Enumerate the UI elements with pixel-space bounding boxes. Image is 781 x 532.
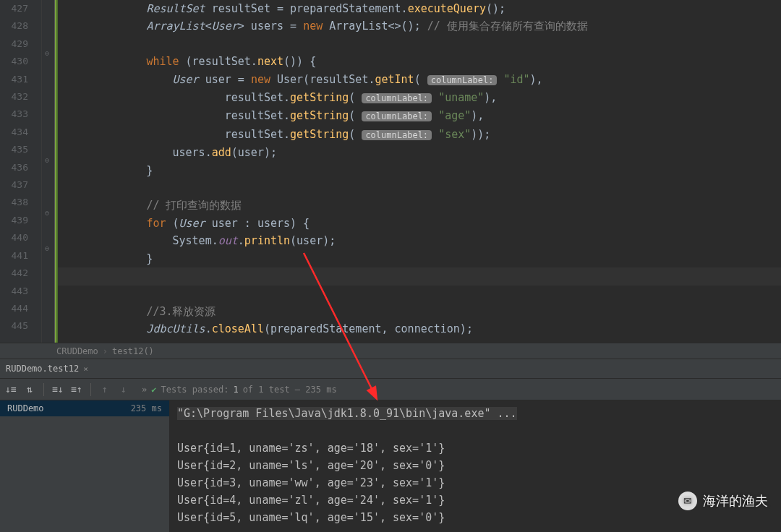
test-tree-row[interactable]: RUDDemo 235 ms [0,400,169,416]
breadcrumb-class[interactable]: CRUDDemo [56,346,98,356]
separator [90,383,91,396]
test-toolbar: ↓≡ ⇅ ≡↓ ≡↑ ↑ ↓ » ✔ Tests passed: 1 of 1 … [0,379,781,400]
test-name: RUDDemo [7,403,44,413]
collapse-all-icon[interactable]: ≡↑ [69,382,85,398]
filter-icon[interactable]: ⇅ [22,382,38,398]
breadcrumb-method[interactable]: test12() [112,346,154,356]
prev-test-icon[interactable]: ↑ [97,382,113,398]
test-status: » ✔ Tests passed: 1 of 1 test – 235 ms [142,385,337,395]
separator [43,383,44,396]
next-test-icon[interactable]: ↓ [116,382,132,398]
run-tab-bar: RUDDemo.test12 × [0,359,781,379]
expand-all-icon[interactable]: ≡↓ [50,382,66,398]
console-output[interactable]: "G:\Program Files\Java\jdk1.8.0_91\bin\j… [170,400,781,532]
breadcrumb-separator: › [103,346,108,356]
branding-watermark: ✉ 海洋的渔夫 [678,492,768,510]
wechat-icon: ✉ [678,492,697,510]
sort-icon[interactable]: ↓≡ [3,382,19,398]
fold-column[interactable]: ⊖ ⊖ ⊖ ⊖ [42,0,55,343]
checkmark-icon: ✔ [151,385,156,395]
test-duration: 235 ms [131,403,162,413]
line-number-gutter[interactable]: 4274284294304314324334344354364374384394… [0,0,42,343]
breadcrumb[interactable]: CRUDDemo › test12() [0,343,781,359]
code-editor[interactable]: ResultSet resultSet = preparedStatement.… [58,0,781,343]
expand-icon[interactable]: » [142,385,147,395]
tab-label: RUDDemo.test12 [6,364,79,374]
editor-area: 4274284294304314324334344354364374384394… [0,0,781,343]
test-panel: RUDDemo 235 ms "G:\Program Files\Java\jd… [0,400,781,532]
run-tab[interactable]: RUDDemo.test12 × [0,361,94,377]
close-icon[interactable]: × [83,364,88,374]
test-tree[interactable]: RUDDemo 235 ms [0,400,170,532]
